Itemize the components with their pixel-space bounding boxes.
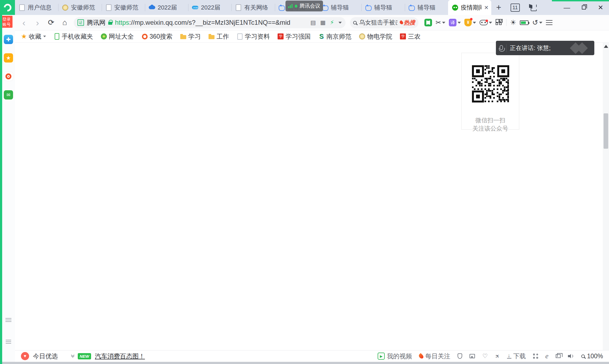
bookmark-item[interactable]: 网址大全 — [101, 32, 134, 41]
bookmark-label: 网址大全 — [109, 32, 134, 41]
bookmark-item[interactable]: 工作 — [209, 32, 229, 41]
browser-tab[interactable]: 安徽师范 ✕ — [102, 0, 145, 15]
chevron-down-icon[interactable] — [473, 22, 476, 24]
sidebar-list-icon[interactable] — [4, 337, 13, 346]
sidebar-settings-icon[interactable] — [4, 315, 13, 325]
site-cert-badge[interactable]: 证 — [77, 19, 84, 26]
my-videos[interactable]: ▶我的视频 — [378, 352, 412, 360]
reader-mode-icon[interactable]: ▤ — [310, 19, 316, 26]
headline-link[interactable]: 汽车消费百态图！ — [95, 352, 145, 360]
bookmark-label: 三农 — [408, 32, 420, 41]
sidebar-favorites-icon[interactable]: ★ — [4, 53, 13, 63]
brightness-icon[interactable]: ☀ — [510, 18, 516, 27]
browser-tab[interactable]: 疫情期间 ✕ — [448, 0, 491, 15]
speaker-icon[interactable] — [568, 354, 574, 359]
battery-saver-icon[interactable] — [520, 20, 529, 25]
browser-tab[interactable]: 2022届 ✕ — [145, 0, 188, 15]
tab-favicon — [192, 4, 198, 11]
bookmark-item[interactable]: 360搜索 — [142, 32, 172, 41]
bookmark-icon — [359, 33, 365, 39]
new-badge: NEW — [78, 353, 91, 359]
game-center-icon[interactable] — [480, 20, 488, 25]
scroll-up-arrow[interactable] — [604, 45, 608, 48]
double-chevron-icon[interactable] — [72, 355, 74, 357]
url-protocol: https — [115, 19, 129, 26]
scrollbar-thumb[interactable] — [604, 113, 608, 149]
apps-grid-icon[interactable] — [496, 19, 503, 26]
bookmark-label: 收藏 — [29, 32, 41, 41]
close-button[interactable]: ✕ — [592, 0, 609, 15]
daily-follow[interactable]: 每日关注 — [419, 352, 450, 360]
minimize-button[interactable]: — — [558, 0, 575, 15]
forward-button[interactable]: › — [33, 18, 42, 27]
bookmark-item[interactable]: 三农 — [400, 32, 420, 41]
zoom-control[interactable]: 100% — [581, 353, 603, 360]
screenshot-icon[interactable] — [470, 354, 475, 358]
speaking-text: 正在讲话: 张慧; — [510, 44, 551, 52]
chevron-down-icon[interactable] — [338, 22, 342, 24]
ie-mode-icon[interactable]: e — [545, 352, 549, 360]
undo-icon[interactable]: ↺ — [532, 18, 538, 27]
browser-logo[interactable] — [0, 0, 15, 15]
search-input[interactable]: 乌女狙击手被击毙 — [359, 18, 397, 27]
login-badge[interactable]: 登录账号 — [1, 16, 13, 28]
address-bar[interactable]: 证 腾讯网 https://mp.weixin.qq.com/s?__biz=M… — [74, 17, 346, 28]
chevron-down-icon[interactable] — [489, 22, 492, 24]
hot-search[interactable]: 热搜 — [400, 19, 415, 26]
window-controls: — ✕ — [558, 0, 609, 15]
bookmark-item[interactable]: 南京师范 — [318, 32, 351, 41]
boost-rocket-icon[interactable]: ✈ — [493, 352, 501, 360]
scrollbar[interactable] — [603, 43, 609, 350]
browser-tab[interactable]: 辅导猫 ✕ — [405, 0, 448, 15]
sidebar-mail-icon[interactable]: ✉ — [4, 90, 13, 99]
browser-tab[interactable]: 安徽师范 ✕ — [58, 0, 101, 15]
health-icon[interactable]: ♡ — [482, 353, 488, 360]
qr-share-icon[interactable]: ▦ — [320, 19, 326, 26]
bookmark-item[interactable]: 学习强国 — [278, 32, 310, 41]
search-box[interactable]: 乌女狙击手被击毙 热搜 — [350, 17, 418, 28]
bookmark-label: 物电学院 — [367, 32, 392, 41]
plugins-icon[interactable] — [533, 354, 538, 359]
reading-list-icon[interactable] — [424, 19, 432, 26]
chevron-down-icon[interactable] — [458, 22, 461, 24]
download-item[interactable]: 下载 — [507, 352, 526, 360]
tab-close-icon[interactable]: ✕ — [484, 4, 489, 11]
menu-icon[interactable] — [546, 22, 552, 23]
tab-count-badge[interactable]: 11 — [511, 4, 520, 12]
back-button[interactable]: ‹ — [19, 18, 29, 27]
tab-label: 疫情期间 — [461, 4, 482, 12]
url-text[interactable]: https://mp.weixin.qq.com/s?__biz=MzI3NjE… — [115, 19, 308, 26]
wallet-shield-icon[interactable]: ¥ — [464, 19, 472, 26]
hot-search-label: 热搜 — [404, 19, 415, 26]
bookmark-item[interactable]: 物电学院 — [359, 32, 392, 41]
new-tab-button[interactable]: + — [496, 2, 501, 13]
today-picks-label[interactable]: 今日优选 — [33, 352, 58, 360]
sidebar-weibo-icon[interactable] — [4, 72, 13, 81]
windows-icon[interactable] — [556, 354, 561, 358]
tab-label: 辅导猫 — [374, 4, 402, 12]
bookmark-item[interactable]: 手机收藏夹 — [54, 32, 93, 41]
browser-tab[interactable]: 有关网络 ✕ — [231, 0, 275, 15]
restore-button[interactable] — [575, 0, 592, 15]
chevron-down-icon[interactable] — [539, 22, 542, 24]
bookmark-label: 南京师范 — [326, 32, 351, 41]
bookmark-item[interactable]: 学习资料 — [237, 32, 270, 41]
sidebar-speedup-icon[interactable]: ✚ — [4, 35, 13, 44]
heart-icon[interactable]: ♥ — [21, 352, 29, 360]
meeting-pill[interactable]: 腾讯会议 — [285, 1, 323, 11]
theme-skin-icon[interactable] — [529, 4, 537, 11]
browser-tab[interactable]: 用户信息 ✕ — [15, 0, 58, 15]
screenshot-scissors-icon[interactable]: ✂ — [436, 19, 441, 26]
speed-mode-icon[interactable]: ⚡ — [330, 19, 334, 26]
bookmark-icon — [237, 33, 243, 39]
chevron-down-icon[interactable] — [442, 22, 445, 24]
browser-tab[interactable]: 辅导猫 ✕ — [318, 0, 361, 15]
bookmark-item[interactable]: 学习 — [180, 32, 201, 41]
home-button[interactable]: ⌂ — [60, 19, 69, 26]
refresh-button[interactable]: ⟳ — [46, 19, 56, 26]
translate-icon[interactable]: 译 — [449, 19, 456, 26]
browser-tab[interactable]: 辅导猫 ✕ — [361, 0, 405, 15]
security-shield-icon[interactable] — [458, 353, 462, 359]
bookmark-item[interactable]: 收藏 — [21, 32, 46, 41]
browser-tab[interactable]: 2022届 ✕ — [188, 0, 231, 15]
